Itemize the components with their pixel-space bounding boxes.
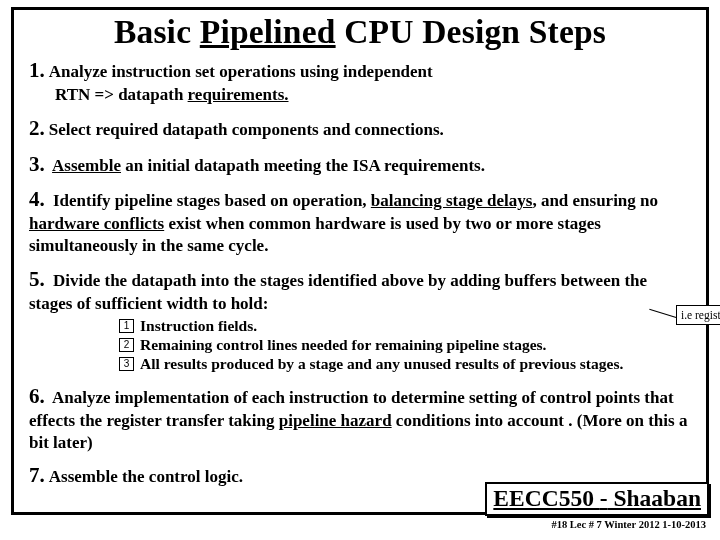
callout-box: i.e registers (676, 305, 720, 325)
step-5-sub3: 3 All results produced by a stage and an… (119, 355, 691, 374)
course-box: EECC550 - Shaaban (485, 482, 709, 516)
sub-number-box: 1 (119, 319, 134, 333)
step-3-rest: an initial datapath meeting the ISA requ… (121, 156, 485, 175)
step-1-req: requirements. (188, 85, 289, 104)
step-4-a: Identify pipeline stages based on operat… (53, 191, 371, 210)
step-5-sub2-text: Remaining control lines needed for remai… (140, 336, 546, 355)
step-number: 3. (29, 152, 45, 176)
step-4-u2: hardware conflicts (29, 214, 164, 233)
callout-text: i.e registers (681, 309, 720, 321)
title-part-c: CPU Design Steps (336, 13, 606, 50)
step-5-lead: Divide the datapath into the stages iden… (29, 271, 647, 313)
step-1-line2a: RTN => datapath (55, 85, 188, 104)
step-number: 2. (29, 116, 45, 140)
step-1-line2: RTN => datapath requirements. (29, 84, 691, 106)
step-3-assemble: Assemble (52, 156, 121, 175)
slide-content: Basic Pipelined CPU Design Steps 1.Analy… (11, 7, 709, 515)
sub-number-box: 3 (119, 357, 134, 371)
step-4-u1: balancing stage delays (371, 191, 533, 210)
slide-footer: #18 Lec # 7 Winter 2012 1-10-2013 (551, 519, 706, 530)
title-part-b: Pipelined (200, 13, 336, 50)
step-number: 5. (29, 267, 45, 291)
step-number: 7. (29, 463, 45, 487)
step-5: 5. Divide the datapath into the stages i… (29, 266, 691, 374)
step-5-sub3-text: All results produced by a stage and any … (140, 355, 623, 374)
step-number: 1. (29, 58, 45, 82)
step-3: 3. Assemble an initial datapath meeting … (29, 151, 691, 178)
sub-number-box: 2 (119, 338, 134, 352)
step-1: 1.Analyze instruction set operations usi… (29, 57, 691, 106)
step-4-b: , and ensuring no (532, 191, 658, 210)
course-code: EECC550 (493, 485, 599, 511)
step-1-line1: Analyze instruction set operations using… (49, 62, 433, 81)
step-number: 6. (29, 384, 45, 408)
steps-list: 1.Analyze instruction set operations usi… (29, 57, 691, 489)
step-2-text: Select required datapath components and … (49, 120, 444, 139)
step-5-sub1: 1 Instruction fields. (119, 317, 691, 336)
step-5-sub2: 2 Remaining control lines needed for rem… (119, 336, 691, 355)
title-part-a: Basic (114, 13, 200, 50)
step-6: 6. Analyze implementation of each instru… (29, 383, 691, 453)
step-6-u: pipeline hazard (279, 411, 392, 430)
course-dash: - (600, 485, 608, 511)
course-author: Shaaban (608, 485, 701, 511)
step-4: 4. Identify pipeline stages based on ope… (29, 186, 691, 256)
step-5-sublist: i.e registers 1 Instruction fields. 2 Re… (119, 317, 691, 374)
step-number: 4. (29, 187, 45, 211)
step-5-sub1-text: Instruction fields. (140, 317, 257, 336)
step-2: 2.Select required datapath components an… (29, 115, 691, 142)
page-title: Basic Pipelined CPU Design Steps (29, 13, 691, 51)
footer-text: #18 Lec # 7 Winter 2012 1-10-2013 (551, 519, 706, 530)
step-7-text: Assemble the control logic. (49, 467, 243, 486)
